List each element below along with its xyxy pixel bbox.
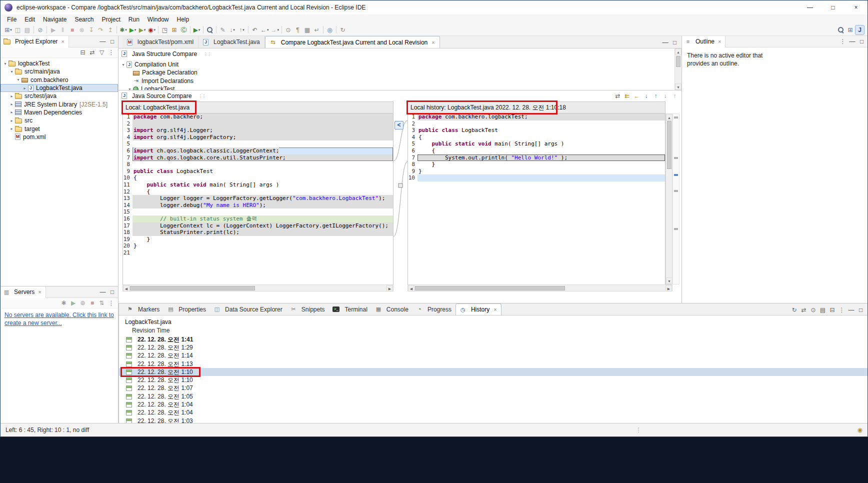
block-selection-button[interactable]: ▦ <box>302 25 312 35</box>
scroll-right-icon[interactable]: ▶ <box>386 285 393 292</box>
close-icon[interactable]: × <box>432 40 434 46</box>
code-line[interactable]: 8 <box>123 161 393 168</box>
swap-left-right-button[interactable]: ⇄ <box>613 91 622 101</box>
menu-navigate[interactable]: Navigate <box>39 16 70 24</box>
tree-item-compilation-unit[interactable]: ▾JCompilation Unit <box>118 60 682 68</box>
step-into-button[interactable]: ↧ <box>86 25 96 35</box>
expand-arrow-icon[interactable]: ▾ <box>126 87 133 90</box>
expand-arrow-icon[interactable]: ▸ <box>22 86 28 90</box>
run-button[interactable]: ▶▾ <box>128 25 138 35</box>
editor-tab-logbacktest-pom-xml[interactable]: MlogbackTest/pom.xml <box>122 36 198 48</box>
menu-window[interactable]: Window <box>144 16 173 24</box>
quick-search-button[interactable] <box>836 25 846 35</box>
close-icon[interactable]: × <box>61 38 64 44</box>
code-line[interactable]: 11 public static void main( String[] arg… <box>123 182 393 188</box>
tree-item-logbacktest-java[interactable]: ▸JLogbackTest.java <box>0 84 118 92</box>
view-tab-snippets[interactable]: ✂Snippets <box>286 304 329 315</box>
link-with-editor-button[interactable]: ⇄ <box>88 48 97 58</box>
menu-file[interactable]: File <box>3 16 20 24</box>
close-icon[interactable]: × <box>38 289 41 295</box>
menu-project[interactable]: Project <box>98 16 124 24</box>
close-icon[interactable]: × <box>718 38 721 44</box>
skip-breakpoints-button[interactable]: ⊘ <box>36 25 45 35</box>
tree-item-jre-system-library[interactable]: ▸JRE System Library[J2SE-1.5] <box>0 100 118 108</box>
window-close-button[interactable]: × <box>844 0 868 14</box>
code-line[interactable]: 2 <box>408 120 665 128</box>
editor-maximize-button[interactable]: □ <box>670 38 680 48</box>
stop-server-button[interactable]: ■ <box>88 298 97 308</box>
resume-button[interactable]: ▶ <box>48 25 58 35</box>
tree-item-pom-xml[interactable]: Mpom.xml <box>0 133 118 141</box>
code-line[interactable]: 1package com.backhero; <box>123 114 393 120</box>
open-perspective-button[interactable]: ⊞ <box>846 25 855 35</box>
expand-arrow-icon[interactable]: ▸ <box>8 102 15 106</box>
code-line[interactable]: 18 StatusPrinter.print(lc); <box>123 229 393 236</box>
code-line[interactable]: 6 { <box>408 148 665 154</box>
history-revision-row[interactable]: 22. 12. 28. 오전 1:03 <box>119 417 868 423</box>
scrollbar-thumb[interactable] <box>130 286 255 290</box>
view-tab-progress[interactable]: ◔Progress <box>412 304 456 315</box>
new-wizard-button[interactable]: ⊞▾ <box>4 25 13 35</box>
back-button[interactable]: ←▾ <box>260 25 270 35</box>
history-revision-row[interactable]: 22. 12. 28. 오전 1:29 <box>119 344 868 352</box>
code-line[interactable]: 7 System.out.println( "Hello World!" ); <box>408 154 665 162</box>
editor-tab-compare-logbacktest-java-current-and-local-revision[interactable]: ⇆Compare LogbackTest.java Current and Lo… <box>265 36 440 48</box>
view-tab-terminal[interactable]: >_Terminal <box>328 304 371 315</box>
right-pane-horizontal-scrollbar[interactable]: ◀ ▶ <box>408 284 672 292</box>
tree-item-logbacktest[interactable]: ▾LogbackTest <box>118 85 682 90</box>
external-tools-button[interactable]: ▶▾ <box>192 25 202 35</box>
servers-minimize-button[interactable]: — <box>98 287 108 297</box>
terminate-button[interactable]: ■ <box>68 25 77 35</box>
servers-tab[interactable]: ▥Servers× <box>0 286 46 298</box>
suspend-button[interactable]: ‖ <box>58 25 68 35</box>
view-tab-history[interactable]: ◷History× <box>456 304 502 315</box>
copy-change-left-button[interactable]: < <box>394 121 404 130</box>
scroll-left-icon[interactable]: ◀ <box>123 285 130 292</box>
history-revision-row[interactable]: 22. 12. 28. 오전 1:10 <box>119 376 868 384</box>
left-code-pane[interactable]: 1package com.backhero;23import org.slf4j… <box>122 114 394 284</box>
save-all-button[interactable]: ▤ <box>22 25 32 35</box>
project-explorer-minimize-button[interactable]: — <box>98 36 108 46</box>
scrollbar-thumb[interactable] <box>676 56 680 67</box>
tree-item-src-test-java[interactable]: ▸src/test/java <box>0 92 118 100</box>
tree-item-src[interactable]: ▸src <box>0 116 118 124</box>
history-view-menu-button[interactable]: ⋮ <box>837 305 846 315</box>
expand-arrow-icon[interactable]: ▾ <box>2 62 8 66</box>
filter-button[interactable]: ▽ <box>97 48 106 58</box>
code-line[interactable]: 15 <box>123 208 393 216</box>
code-line[interactable]: 21 <box>123 250 393 256</box>
tree-item-com-backhero[interactable]: ▾com.backhero <box>0 76 118 84</box>
expand-arrow-icon[interactable]: ▾ <box>120 62 126 67</box>
view-tab-markers[interactable]: ⚑Markers <box>123 304 164 315</box>
overview-marker[interactable] <box>674 157 678 159</box>
previous-annotation-button[interactable]: ↑▾ <box>237 25 246 35</box>
create-server-link[interactable]: No servers are available. Click this lin… <box>4 312 114 326</box>
overview-marker[interactable] <box>674 228 678 230</box>
overview-marker[interactable] <box>674 190 678 192</box>
refresh-revisions-button[interactable]: ↻ <box>790 305 799 315</box>
expand-arrow-icon[interactable]: ▸ <box>8 94 15 98</box>
new-java-project-button[interactable]: ◳ <box>160 25 170 35</box>
left-pane-horizontal-scrollbar[interactable]: ◀ ▶ <box>122 284 394 292</box>
code-line[interactable]: 5 public static void main( String[] args… <box>408 140 665 148</box>
servers-maximize-button[interactable]: □ <box>108 287 117 297</box>
code-line[interactable]: 8 } <box>408 161 665 168</box>
history-revision-row[interactable]: 22. 12. 28. 오전 1:04 <box>119 400 868 408</box>
mark-occurrences-button[interactable]: ✎ <box>218 25 228 35</box>
history-revision-row[interactable]: 22. 12. 28. 오전 1:14 <box>119 352 868 360</box>
next-annotation-button[interactable]: ↓▾ <box>228 25 237 35</box>
step-over-button[interactable]: ↷ <box>96 25 106 35</box>
structure-scrollbar[interactable]: ▲ ▼ <box>674 48 682 90</box>
run-last-tool-button[interactable]: ↻ <box>338 25 348 35</box>
outline-minimize-button[interactable]: — <box>848 36 857 46</box>
step-return-button[interactable]: ↥ <box>106 25 115 35</box>
copy-all-from-right-button[interactable]: ⇇ <box>622 91 632 101</box>
next-difference-button[interactable]: ↓ <box>642 91 651 101</box>
code-line[interactable]: 5 <box>123 140 393 148</box>
group-revisions-button[interactable]: ▤ <box>818 305 828 315</box>
open-search-button[interactable] <box>205 25 214 35</box>
tree-item-logbacktest[interactable]: ▾logbackTest <box>0 60 118 68</box>
menu-run[interactable]: Run <box>124 16 144 24</box>
code-line[interactable]: 6import ch.qos.logback.classic.LoggerCon… <box>123 148 393 154</box>
bottom-panel-maximize-button[interactable]: □ <box>856 305 866 315</box>
